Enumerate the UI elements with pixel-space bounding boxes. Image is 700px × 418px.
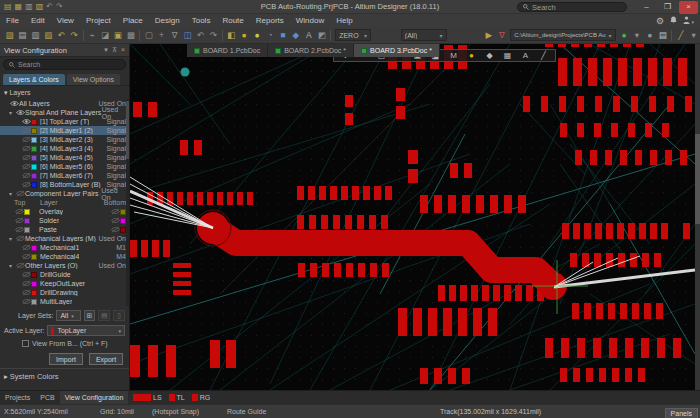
panel-close-icon[interactable]: × bbox=[121, 46, 125, 54]
scope-select[interactable]: (All)▾ bbox=[401, 29, 447, 41]
layer-row-other-layers-o-[interactable]: ▾Other Layers (O)Used On bbox=[0, 261, 129, 270]
global-search-input[interactable]: Search bbox=[517, 2, 627, 12]
export-button[interactable]: Export bbox=[89, 353, 123, 365]
layer-row-signal-and-plane-layers-s-[interactable]: ▾Signal And Plane Layers (S)Used On bbox=[0, 108, 129, 117]
visibility-eye-icon[interactable] bbox=[21, 244, 31, 252]
visibility-eye-icon[interactable] bbox=[110, 226, 120, 234]
menu-tools[interactable]: Tools bbox=[186, 16, 217, 25]
filter-icon[interactable]: ∇ bbox=[168, 28, 181, 43]
sync-icon[interactable]: ● bbox=[643, 28, 656, 43]
multiroute-icon[interactable]: M bbox=[445, 51, 462, 60]
layer-tab-ls[interactable]: LS bbox=[133, 394, 162, 401]
redo-icon[interactable]: ↷ bbox=[56, 0, 63, 13]
pcb-canvas[interactable]: BOARD 1.PcbDocBOARD 2.PcbDoc *BOARD 3.Pc… bbox=[130, 44, 695, 390]
grid-icon[interactable]: ▦ bbox=[499, 51, 516, 60]
import-button[interactable]: Import bbox=[49, 353, 83, 365]
visibility-eye-icon[interactable] bbox=[21, 253, 31, 261]
layer-row-component-layer-pairs-c-[interactable]: ▾Component Layer Pairs (C)Used On bbox=[0, 189, 129, 198]
save-layer-set-button[interactable]: ▤ bbox=[98, 310, 110, 321]
panel-tab-view-options[interactable]: View Options bbox=[67, 74, 120, 85]
document-tab-3[interactable]: BOARD 3.PcbDoc * bbox=[354, 44, 440, 57]
layers-icon[interactable]: ◆ bbox=[481, 51, 498, 60]
canvas-scrollbar[interactable] bbox=[695, 44, 700, 390]
visibility-eye-icon[interactable] bbox=[9, 100, 19, 108]
visibility-eye-icon[interactable] bbox=[21, 172, 31, 180]
user-profile-icon[interactable]: ▾ bbox=[683, 16, 694, 26]
visibility-eye-icon[interactable] bbox=[110, 208, 120, 216]
menu-design[interactable]: Design bbox=[149, 16, 186, 25]
layer-row--2-midlayer1-2-[interactable]: [2] MidLayer1 (2)Signal bbox=[0, 126, 129, 135]
delete-layer-set-button[interactable]: ▯ bbox=[113, 310, 125, 321]
save-icon[interactable]: ▤ bbox=[16, 28, 29, 43]
layer-row--3-midlayer2-3-[interactable]: [3] MidLayer2 (3)Signal bbox=[0, 135, 129, 144]
signature-icon[interactable]: ╱ bbox=[674, 28, 687, 43]
layer-pair-row-paste[interactable]: Paste bbox=[0, 225, 129, 234]
document-tab-1[interactable]: BOARD 1.PcbDoc bbox=[187, 44, 268, 57]
undo-icon[interactable]: ↶ bbox=[55, 28, 68, 43]
component-icon[interactable]: ◩ bbox=[315, 28, 328, 43]
visibility-eye-icon[interactable] bbox=[14, 217, 24, 225]
panel-tab-layers-colors[interactable]: Layers & Colors bbox=[3, 74, 65, 85]
dropdown-caret-icon[interactable]: ▾ bbox=[631, 28, 644, 43]
more-caret-icon[interactable]: ▾ bbox=[687, 28, 700, 43]
visibility-eye-icon[interactable] bbox=[14, 208, 24, 216]
panel-scrollbar[interactable] bbox=[126, 99, 129, 306]
visibility-eye-icon[interactable] bbox=[21, 118, 31, 126]
layer-tab-tl[interactable]: TL bbox=[169, 394, 185, 401]
menu-place[interactable]: Place bbox=[117, 16, 149, 25]
mask-icon[interactable]: ◫ bbox=[181, 28, 194, 43]
visibility-eye-icon[interactable] bbox=[21, 181, 31, 189]
layer-row--1-toplayer-t-[interactable]: [1] TopLayer (T)Signal bbox=[0, 117, 129, 126]
visibility-eye-icon[interactable] bbox=[21, 136, 31, 144]
wire-icon[interactable]: ◧ bbox=[225, 28, 238, 43]
layer-row-mechanical-layers-m-[interactable]: ▾Mechanical Layers (M)Used On bbox=[0, 234, 129, 243]
save-icon[interactable]: ▥ bbox=[25, 0, 33, 13]
visibility-eye-icon[interactable] bbox=[21, 154, 31, 162]
redo-route-icon[interactable]: ↷ bbox=[207, 28, 220, 43]
paste-icon[interactable]: ▣ bbox=[111, 28, 124, 43]
place-text-icon[interactable]: A bbox=[517, 51, 534, 60]
view-from-bottom-checkbox[interactable] bbox=[22, 340, 29, 347]
polygon-icon[interactable]: ◆ bbox=[289, 28, 302, 43]
visibility-eye-icon[interactable] bbox=[21, 298, 31, 306]
visibility-eye-icon[interactable] bbox=[21, 271, 31, 279]
layer-row-mechanical4[interactable]: Mechanical4M4 bbox=[0, 252, 129, 261]
layer-row--5-midlayer4-5-[interactable]: [5] MidLayer4 (5)Signal bbox=[0, 153, 129, 162]
layer-pair-row-overlay[interactable]: Overlay bbox=[0, 207, 129, 216]
menu-file[interactable]: File bbox=[0, 16, 25, 25]
settings-gear-icon[interactable]: ⚙ bbox=[656, 16, 664, 26]
menu-project[interactable]: Project bbox=[80, 16, 117, 25]
open-document-icon[interactable]: ▦ bbox=[15, 0, 23, 13]
visibility-eye-icon[interactable] bbox=[21, 127, 31, 135]
clipboard-icon[interactable]: ▩ bbox=[124, 28, 137, 43]
move-icon[interactable]: + bbox=[155, 28, 168, 43]
fill-icon[interactable]: ■ bbox=[276, 28, 289, 43]
select-area-icon[interactable]: ▢ bbox=[142, 28, 155, 43]
new-document-icon[interactable]: ▤ bbox=[4, 0, 12, 13]
save-all-icon[interactable]: ▥ bbox=[29, 28, 42, 43]
layer-row-multilayer[interactable]: MultiLayer bbox=[0, 297, 129, 306]
panel-pin-icon[interactable]: ⊼ bbox=[112, 46, 117, 54]
layer-row-mechanical1[interactable]: Mechanical1M1 bbox=[0, 243, 129, 252]
undo-icon[interactable]: ↶ bbox=[46, 0, 53, 13]
bottom-tab-projects[interactable]: Projects bbox=[0, 394, 35, 401]
redo-icon[interactable]: ↷ bbox=[68, 28, 81, 43]
visibility-eye-icon[interactable] bbox=[14, 226, 24, 234]
menu-edit[interactable]: Edit bbox=[25, 16, 51, 25]
layer-sets-select[interactable]: All▾ bbox=[56, 310, 80, 321]
minimize-button[interactable]: – bbox=[637, 1, 656, 14]
visibility-eye-icon[interactable] bbox=[21, 289, 31, 297]
filter-clear-icon[interactable]: ∇ bbox=[495, 28, 508, 43]
layer-row--4-midlayer3-4-[interactable]: [4] MidLayer3 (4)Signal bbox=[0, 144, 129, 153]
layer-row-keepoutlayer[interactable]: KeepOutLayer bbox=[0, 279, 129, 288]
document-icon[interactable]: ▤ bbox=[656, 28, 669, 43]
layer-row--7-midlayer6-7-[interactable]: [7] MidLayer6 (7)Signal bbox=[0, 171, 129, 180]
open-folder-icon[interactable]: ▧ bbox=[42, 28, 55, 43]
highlight-bulb-icon[interactable]: ● bbox=[463, 51, 480, 60]
undo-route-icon[interactable]: ↶ bbox=[194, 28, 207, 43]
panel-dropdown-icon[interactable]: ▾ bbox=[104, 46, 108, 54]
visibility-eye-icon[interactable] bbox=[110, 217, 120, 225]
visibility-eye-icon[interactable] bbox=[15, 109, 25, 117]
place-line-icon[interactable]: ╱ bbox=[535, 51, 552, 60]
bottom-tab-pcb[interactable]: PCB bbox=[35, 394, 59, 401]
